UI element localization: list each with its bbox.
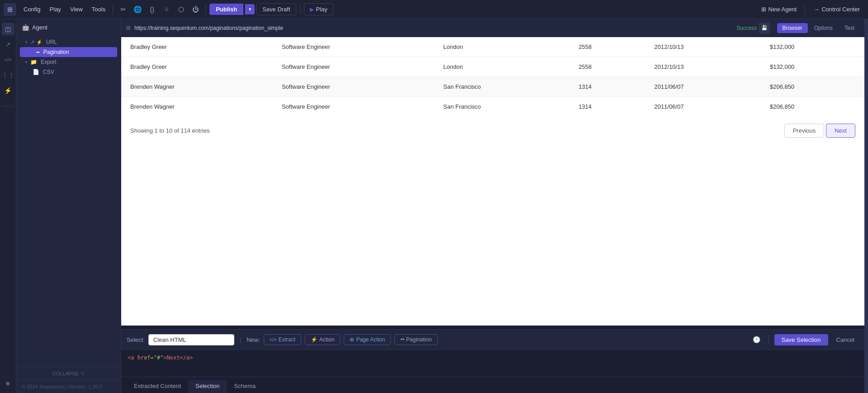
table-footer: Showing 1 to 10 of 114 entries Previous … <box>121 116 864 147</box>
rail-shape-icon[interactable]: ◈ <box>2 377 14 389</box>
menu-tools[interactable]: Tools <box>88 4 109 14</box>
sidebar-header: 🤖 Agent <box>16 19 121 35</box>
action-zap-icon: ⚡ <box>311 336 318 343</box>
cell-position: Software Engineer <box>273 57 434 77</box>
tab-extracted-content[interactable]: Extracted Content <box>127 380 188 393</box>
copyright-footer: © 2024 Sequentum | Version: 1.16.0 <box>16 380 121 393</box>
main-layout: ◫ ↗ </> ⋮⋮ ⚡ · · · ◈ 🤖 Agent ▾ ↗ ⚡ URL •… <box>0 19 868 393</box>
tab-options[interactable]: Options <box>809 23 838 33</box>
save-selection-button[interactable]: Save Selection <box>774 334 828 345</box>
cancel-button[interactable]: Cancel <box>832 334 859 345</box>
next-button[interactable]: Next <box>826 124 855 138</box>
rail-more-icon[interactable]: · · · <box>2 100 14 112</box>
extract-button[interactable]: </> Extract <box>264 334 301 345</box>
action-button[interactable]: ⚡ Action <box>305 334 340 345</box>
sidebar-tree: ▾ ↗ ⚡ URL •• Pagination ▾ 📁 Export 📄 CSV <box>16 35 121 366</box>
menu-play[interactable]: Play <box>46 4 65 14</box>
folder-icon: 📁 <box>30 59 37 65</box>
cell-position: Software Engineer <box>273 77 434 97</box>
vertical-scrollbar[interactable] <box>864 19 868 393</box>
globe-icon-btn[interactable]: 🌐 <box>131 3 144 16</box>
html-preview: <a href="#">Next</a> <box>121 350 864 377</box>
cell-date: 2012/10/13 <box>645 57 761 77</box>
sidebar-item-export[interactable]: ▾ 📁 Export <box>16 57 121 67</box>
table-row: Bradley Greer Software Engineer London 2… <box>121 37 864 57</box>
cell-office: San Francisco <box>434 77 569 97</box>
export-icon-btn[interactable]: ⬡ <box>175 3 187 16</box>
cell-name: Bradley Greer <box>121 37 273 57</box>
web-frame: Bradley Greer Software Engineer London 2… <box>121 37 864 326</box>
save-screenshot-button[interactable]: 💾 <box>759 23 770 34</box>
exit-icon: → <box>813 6 819 13</box>
sep-3 <box>300 5 300 14</box>
power-icon-btn[interactable]: ⏻ <box>189 3 202 16</box>
agent-icon: 🤖 <box>22 24 29 31</box>
success-badge: Success 💾 <box>736 23 769 34</box>
resize-handle[interactable]: · · · <box>121 326 864 329</box>
sidebar-pagination-label: Pagination <box>43 49 69 55</box>
rail-layers-icon[interactable]: ◫ <box>2 23 14 35</box>
menu-view[interactable]: View <box>66 4 86 14</box>
cell-position: Software Engineer <box>273 97 434 117</box>
cell-office: London <box>434 37 569 57</box>
sep-2 <box>205 5 206 14</box>
data-table: Bradley Greer Software Engineer London 2… <box>121 37 864 116</box>
sidebar-csv-label: CSV <box>43 69 54 75</box>
previous-button[interactable]: Previous <box>784 124 825 138</box>
cell-date: 2012/10/13 <box>645 37 761 57</box>
sidebar-item-url[interactable]: ▾ ↗ ⚡ URL <box>16 37 121 47</box>
new-agent-button[interactable]: ⊞ New Agent <box>757 4 802 15</box>
sidebar-item-pagination[interactable]: •• Pagination <box>20 47 117 57</box>
clock-icon-button[interactable]: 🕐 <box>750 333 763 346</box>
rail-link-icon[interactable]: ↗ <box>2 38 14 51</box>
publish-button[interactable]: Publish <box>209 4 243 15</box>
sidebar-export-label: Export <box>41 59 57 65</box>
app-logo[interactable]: ⊞ <box>4 3 16 16</box>
sidebar-collapse[interactable]: COLLAPSE ⤡ <box>16 366 121 380</box>
code-icon-btn[interactable]: {} <box>146 3 158 16</box>
rail-dots-icon[interactable]: ⋮⋮ <box>2 69 14 81</box>
success-text: Success <box>736 25 757 31</box>
url-flash-icon: ⚡ <box>36 39 43 45</box>
page-action-icon: ⊕ <box>350 336 354 343</box>
publish-dropdown-button[interactable]: ▾ <box>245 4 255 14</box>
cell-name: Brenden Wagner <box>121 97 273 117</box>
table-row: Bradley Greer Software Engineer London 2… <box>121 57 864 77</box>
tab-schema[interactable]: Schema <box>227 380 263 393</box>
page-action-button[interactable]: ⊕ Page Action <box>344 334 391 345</box>
web-content: Bradley Greer Software Engineer London 2… <box>121 37 864 326</box>
html-preview-code: <a <box>128 355 138 361</box>
scissors-icon-btn[interactable]: ✂ <box>117 3 129 16</box>
tab-text[interactable]: Text <box>839 23 860 33</box>
menu-config[interactable]: Config <box>20 4 44 14</box>
cell-age: 2558 <box>569 57 645 77</box>
sidebar: 🤖 Agent ▾ ↗ ⚡ URL •• Pagination ▾ 📁 Expo… <box>16 19 121 393</box>
cell-name: Bradley Greer <box>121 57 273 77</box>
icon-rail: ◫ ↗ </> ⋮⋮ ⚡ · · · ◈ <box>0 19 16 393</box>
browser-bar: ⊞ https://training.sequentum.com/paginat… <box>121 19 864 37</box>
pagination-button[interactable]: •• Pagination <box>394 334 437 345</box>
tab-selection[interactable]: Selection <box>188 380 227 393</box>
bottom-tabs: Extracted Content Selection Schema <box>121 377 864 393</box>
collapse-arrows-icon: ⤡ <box>81 370 85 376</box>
control-center-button[interactable]: → Control Center <box>809 4 864 15</box>
collapse-label: COLLAPSE <box>52 371 79 376</box>
save-draft-button[interactable]: Save Draft <box>256 3 296 15</box>
branch-icon-btn[interactable]: ⑂ <box>160 3 173 16</box>
cell-office: San Francisco <box>434 97 569 117</box>
cell-date: 2011/06/07 <box>645 97 761 117</box>
cell-position: Software Engineer <box>273 37 434 57</box>
play-button[interactable]: ▶ Play <box>304 3 333 15</box>
cell-name: Brenden Wagner <box>121 77 273 97</box>
cell-salary: $132,000 <box>761 37 864 57</box>
tab-browser[interactable]: Browser <box>777 23 808 33</box>
agent-label: Agent <box>32 24 47 31</box>
cell-age: 2558 <box>569 37 645 57</box>
select-input[interactable] <box>148 334 234 345</box>
rail-zap-icon[interactable]: ⚡ <box>2 84 14 97</box>
table-row: Brenden Wagner Software Engineer San Fra… <box>121 77 864 97</box>
select-label: Select: <box>127 336 145 343</box>
rail-code-icon[interactable]: </> <box>2 53 14 66</box>
browser-icon: ⊞ <box>126 24 131 31</box>
sidebar-item-csv[interactable]: 📄 CSV <box>16 67 121 77</box>
